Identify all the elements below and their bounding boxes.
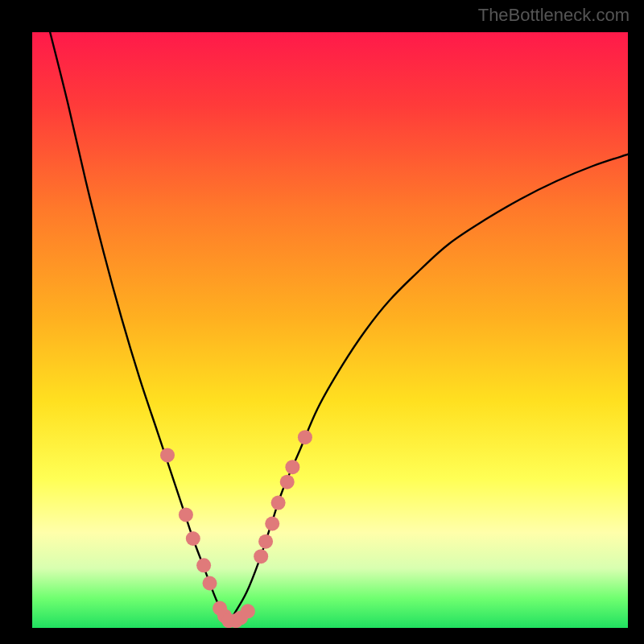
chart-background (32, 32, 628, 628)
data-dot (258, 535, 273, 549)
chart-svg (32, 32, 628, 628)
data-dot (186, 531, 200, 546)
watermark-text: TheBottleneck.com (478, 5, 630, 26)
chart-plot-area (32, 32, 628, 628)
data-dot (271, 496, 286, 510)
data-dot (160, 448, 175, 462)
data-dot (280, 475, 295, 489)
data-dot (254, 549, 268, 564)
data-dot (203, 576, 217, 591)
data-dot (265, 517, 279, 531)
data-dot (285, 460, 299, 474)
data-dot (241, 604, 255, 618)
data-dot (196, 558, 211, 572)
data-dot (179, 507, 193, 522)
data-dot (298, 430, 312, 444)
